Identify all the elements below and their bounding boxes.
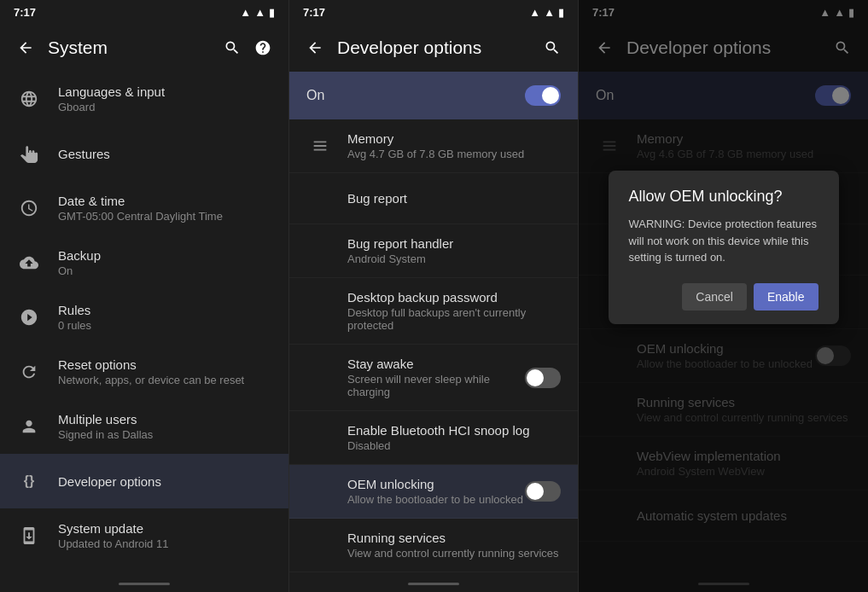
users-title: Multiple users: [58, 412, 275, 427]
settings-item-devopt[interactable]: {} Developer options: [0, 454, 288, 508]
datetime-subtitle: GMT-05:00 Central Daylight Time: [58, 210, 275, 223]
search-button-left[interactable]: [217, 32, 248, 63]
dev-item-runningservices-mid[interactable]: Running services View and control curren…: [289, 519, 578, 572]
stayawake-toggle-mid[interactable]: [525, 368, 561, 388]
settings-item-gestures[interactable]: Gestures: [0, 126, 288, 181]
desktopbackup-subtitle-mid: Desktop full backups aren't currently pr…: [347, 306, 561, 332]
backup-text: Backup On: [58, 248, 275, 277]
nav-hint-left: [0, 575, 288, 592]
bugreporthandler-subtitle-mid: Android System: [347, 252, 561, 265]
toggle-thumb-mid: [542, 87, 559, 104]
dialog-cancel-button[interactable]: Cancel: [682, 283, 747, 311]
dialog-title: Allow OEM unlocking?: [629, 188, 818, 206]
left-panel: 7:17 ▲ ▲ ▮ System Languages & input Gboa…: [0, 0, 289, 592]
nav-hint-mid: [289, 575, 578, 592]
btsnoop-subtitle-mid: Disabled: [347, 439, 561, 452]
desktopbackup-title-mid: Desktop backup password: [347, 290, 561, 305]
datetime-icon: [14, 193, 44, 223]
dev-item-bugreport-mid[interactable]: Bug report: [289, 173, 578, 224]
bugreport-title-mid: Bug report: [347, 191, 561, 206]
sysupdate-subtitle: Updated to Android 11: [58, 537, 275, 550]
dev-list-mid: Memory Avg 4.7 GB of 7.8 GB memory used …: [289, 119, 578, 575]
top-bar-left: System: [0, 24, 288, 72]
btsnoop-text-mid: Enable Bluetooth HCI snoop log Disabled: [306, 423, 561, 452]
gestures-icon: [14, 138, 44, 169]
runningservices-title-mid: Running services: [347, 531, 561, 545]
reset-text: Reset options Network, apps, or device c…: [58, 357, 275, 386]
back-button-left[interactable]: [10, 32, 41, 63]
status-icons-mid: ▲ ▲ ▮: [529, 6, 564, 19]
runningservices-subtitle-mid: View and control currently running servi…: [347, 547, 561, 560]
rules-title: Rules: [58, 303, 275, 317]
nav-bar-mid: [408, 583, 459, 585]
users-subtitle: Signed in as Dallas: [58, 428, 275, 441]
dev-toggle-mid[interactable]: [525, 85, 561, 106]
settings-item-sysupdate[interactable]: System update Updated to Android 11: [0, 508, 288, 563]
btsnoop-title-mid: Enable Bluetooth HCI snoop log: [347, 423, 561, 438]
signal-icon-mid: ▲: [544, 6, 555, 19]
datetime-title: Date & time: [58, 194, 275, 208]
dev-item-memory-mid[interactable]: Memory Avg 4.7 GB of 7.8 GB memory used: [289, 119, 578, 173]
backup-title: Backup: [58, 248, 275, 263]
status-icons-left: ▲ ▲ ▮: [240, 6, 275, 19]
nav-bar-left: [119, 583, 170, 585]
settings-item-datetime[interactable]: Date & time GMT-05:00 Central Daylight T…: [0, 181, 288, 235]
right-panel-wrapper: 7:17 ▲ ▲ ▮ Developer options On: [579, 0, 868, 592]
rules-icon: [14, 302, 44, 333]
status-bar-left: 7:17 ▲ ▲ ▮: [0, 0, 288, 24]
time-mid: 7:17: [303, 6, 325, 19]
bugreport-text-mid: Bug report: [306, 191, 561, 206]
dev-on-row-mid[interactable]: On: [289, 72, 578, 119]
oem-toggle-mid[interactable]: [525, 481, 561, 502]
reset-subtitle: Network, apps, or device can be reset: [58, 374, 275, 386]
settings-list: Languages & input Gboard Gestures Date &…: [0, 72, 288, 575]
stayawake-title-mid: Stay awake: [347, 357, 525, 371]
sysupdate-text: System update Updated to Android 11: [58, 521, 275, 550]
settings-item-users[interactable]: Multiple users Signed in as Dallas: [0, 399, 288, 454]
datetime-text: Date & time GMT-05:00 Central Daylight T…: [58, 194, 275, 223]
languages-subtitle: Gboard: [58, 101, 275, 113]
gestures-title: Gestures: [58, 147, 275, 161]
status-bar-mid: 7:17 ▲ ▲ ▮: [289, 0, 578, 24]
sysupdate-icon: [14, 520, 44, 551]
users-text: Multiple users Signed in as Dallas: [58, 412, 275, 441]
dev-on-label-mid: On: [306, 88, 324, 103]
settings-item-backup[interactable]: Backup On: [0, 235, 288, 290]
top-bar-mid: Developer options: [289, 24, 578, 72]
languages-title: Languages & input: [58, 84, 275, 99]
settings-item-reset[interactable]: Reset options Network, apps, or device c…: [0, 345, 288, 399]
backup-icon: [14, 247, 44, 278]
oem-toggle-thumb-mid: [527, 483, 544, 500]
bugreporthandler-title-mid: Bug report handler: [347, 236, 561, 251]
dev-item-btsnoop-mid[interactable]: Enable Bluetooth HCI snoop log Disabled: [289, 411, 578, 465]
help-button-left[interactable]: [248, 32, 278, 63]
devopt-text: Developer options: [58, 474, 275, 489]
stayawake-subtitle-mid: Screen will never sleep while charging: [347, 373, 525, 398]
rules-subtitle: 0 rules: [58, 319, 275, 332]
search-button-mid[interactable]: [537, 32, 568, 63]
dialog-enable-button[interactable]: Enable: [754, 283, 818, 311]
battery-icon-mid: ▮: [558, 6, 564, 19]
memory-icon-mid: [306, 132, 334, 160]
settings-item-languages[interactable]: Languages & input Gboard: [0, 72, 288, 126]
runningservices-text-mid: Running services View and control curren…: [306, 531, 561, 560]
oem-subtitle-mid: Allow the bootloader to be unlocked: [347, 493, 525, 506]
signal-icon: ▲: [254, 6, 265, 19]
dev-item-bugreporthandler-mid[interactable]: Bug report handler Android System: [289, 224, 578, 278]
back-button-mid[interactable]: [300, 32, 330, 63]
languages-text: Languages & input Gboard: [58, 84, 275, 113]
allow-oem-dialog: Allow OEM unlocking? WARNING: Device pro…: [609, 171, 839, 324]
oem-text-mid: OEM unlocking Allow the bootloader to be…: [306, 477, 525, 506]
dev-item-desktopbackup-mid[interactable]: Desktop backup password Desktop full bac…: [289, 278, 578, 345]
battery-icon: ▮: [269, 6, 275, 19]
stayawake-text-mid: Stay awake Screen will never sleep while…: [306, 357, 525, 398]
reset-title: Reset options: [58, 357, 275, 372]
dev-item-oem-mid[interactable]: OEM unlocking Allow the bootloader to be…: [289, 465, 578, 519]
settings-item-rules[interactable]: Rules 0 rules: [0, 290, 288, 345]
time-left: 7:17: [14, 6, 36, 19]
oem-title-mid: OEM unlocking: [347, 477, 525, 491]
mid-panel: 7:17 ▲ ▲ ▮ Developer options On Mem: [289, 0, 579, 592]
gestures-text: Gestures: [58, 147, 275, 161]
dev-item-stayawake-mid[interactable]: Stay awake Screen will never sleep while…: [289, 345, 578, 411]
memory-title-mid: Memory: [347, 131, 561, 146]
